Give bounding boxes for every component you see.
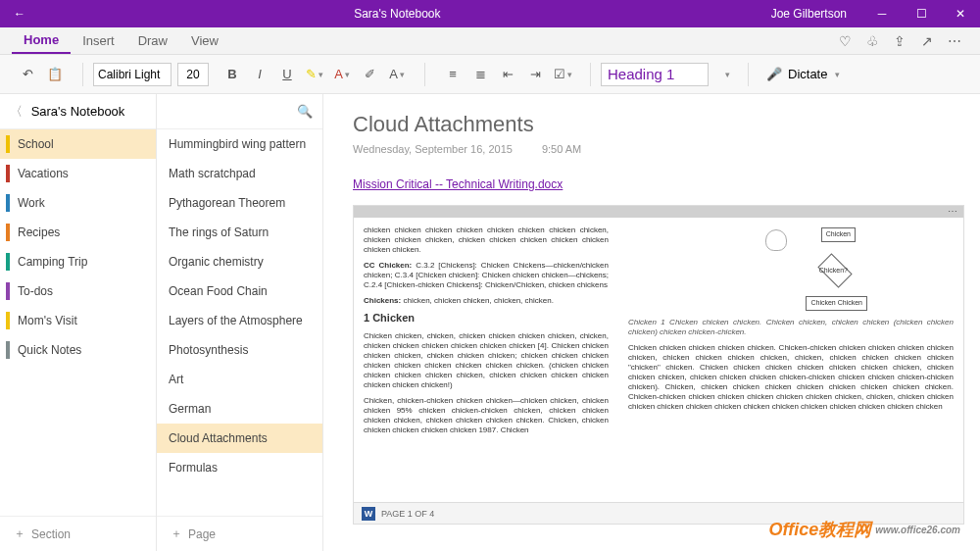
tab-view[interactable]: View [179, 27, 230, 54]
italic-icon[interactable]: I [248, 63, 271, 86]
tab-draw[interactable]: Draw [126, 27, 179, 54]
page-item[interactable]: Formulas [157, 453, 322, 482]
page-item[interactable]: Layers of the Atmosphere [157, 306, 322, 335]
dictate-button[interactable]: 🎤 Dictate ▾ [759, 67, 848, 81]
plus-icon: ＋ [14, 526, 25, 542]
section-item[interactable]: School [0, 129, 156, 159]
checkbox-icon[interactable]: ☑▾ [551, 63, 574, 86]
user-name[interactable]: Joe Gilbertson [756, 7, 862, 21]
section-item[interactable]: Recipes [0, 218, 156, 247]
doc-paragraph: Chickens: chicken, chicken chicken, chic… [364, 296, 609, 306]
attachment-link[interactable]: Mission Critical -- Technical Writing.do… [353, 177, 563, 191]
tab-insert[interactable]: Insert [71, 27, 126, 54]
bullets-icon[interactable]: ≡ [441, 63, 465, 86]
window-title: Sara's Notebook [39, 7, 756, 21]
diagram-box: Chicken [821, 227, 856, 242]
styles-heading[interactable]: Heading 1 [601, 63, 709, 86]
section-panel: 〈 Sara's Notebook School Vacations Work … [0, 94, 157, 551]
more-icon[interactable]: ⋯ [941, 33, 968, 49]
doc-paragraph: CC Chicken: C.3.2 [Chickens]: Chicken Ch… [364, 261, 609, 290]
page-date: Wednesday, September 16, 2015 [353, 143, 513, 155]
document-preview[interactable]: ⋯ chicken chicken chicken chicken chicke… [353, 205, 964, 525]
doc-paragraph: Chicken, chicken-chicken chicken chicken… [364, 396, 609, 435]
clear-formatting-icon[interactable]: A▾ [385, 63, 409, 86]
section-item[interactable]: Camping Trip [0, 247, 156, 276]
indent-icon[interactable]: ⇥ [523, 63, 547, 86]
more-options-icon[interactable]: ⋯ [948, 206, 957, 217]
page-content[interactable]: Cloud Attachments Wednesday, September 1… [323, 94, 980, 551]
doc-diagram: Chicken Chicken? Chicken Chicken [628, 225, 954, 314]
doc-column-right: Chicken Chicken? Chicken Chicken Chicken… [618, 218, 963, 502]
notebook-name[interactable]: Sara's Notebook [31, 104, 125, 119]
chevron-down-icon: ▾ [835, 70, 840, 79]
share-icon[interactable]: ⇪ [886, 33, 913, 49]
doc-paragraph: Chicken chicken, chicken, chicken chicke… [364, 331, 609, 390]
page-item[interactable]: Pythagorean Theorem [157, 188, 322, 218]
font-size-input[interactable] [177, 63, 209, 86]
back-arrow-icon[interactable]: ← [14, 7, 25, 21]
page-time: 9:50 AM [542, 143, 581, 155]
numbering-icon[interactable]: ≣ [468, 63, 492, 86]
notifications-icon[interactable]: ♧ [858, 33, 886, 49]
section-item[interactable]: To-dos [0, 276, 156, 306]
doc-paragraph: chicken chicken chicken chicken chicken … [364, 225, 609, 255]
page-item[interactable]: Ocean Food Chain [157, 276, 322, 306]
dictate-label: Dictate [788, 67, 827, 81]
doc-heading: 1 Chicken [364, 312, 609, 326]
page-item[interactable]: Organic chemistry [157, 247, 322, 276]
titlebar: ← Sara's Notebook Joe Gilbertson ─ ☐ ✕ [0, 0, 980, 27]
plus-icon: ＋ [171, 526, 182, 542]
diagram-box: Chicken Chicken [806, 296, 867, 311]
add-page-button[interactable]: ＋Page [157, 516, 322, 551]
microphone-icon: 🎤 [766, 67, 782, 81]
doc-paragraph: Chicken chicken chicken chicken chicken.… [628, 343, 954, 412]
word-icon: W [362, 507, 375, 521]
styles-dropdown-icon[interactable]: ▾ [714, 63, 738, 86]
diagram-label: Chicken? [819, 267, 848, 276]
tab-home[interactable]: Home [12, 27, 71, 54]
bold-icon[interactable]: B [220, 63, 244, 86]
page-item[interactable]: Art [157, 365, 322, 394]
database-icon [765, 229, 787, 251]
add-section-button[interactable]: ＋Section [0, 516, 156, 551]
doc-page-indicator: PAGE 1 OF 4 [381, 509, 434, 519]
maximize-icon[interactable]: ☐ [902, 7, 941, 21]
font-color-icon[interactable]: A▾ [330, 63, 354, 86]
fullscreen-icon[interactable]: ↗ [913, 33, 941, 49]
outdent-icon[interactable]: ⇤ [496, 63, 519, 86]
back-icon[interactable]: 〈 [10, 103, 23, 121]
close-icon[interactable]: ✕ [941, 7, 980, 21]
minimize-icon[interactable]: ─ [862, 7, 902, 21]
page-item[interactable]: Photosynthesis [157, 335, 322, 365]
page-list: Hummingbird wing pattern Math scratchpad… [157, 129, 322, 516]
clipboard-icon[interactable]: 📋 [43, 63, 67, 86]
page-item[interactable]: Hummingbird wing pattern [157, 129, 322, 159]
page-title[interactable]: Cloud Attachments [353, 112, 964, 137]
section-item[interactable]: Work [0, 188, 156, 218]
ribbon-tabs: Home Insert Draw View ♡ ♧ ⇪ ↗ ⋯ [0, 27, 980, 55]
section-item[interactable]: Vacations [0, 159, 156, 188]
doc-column-left: chicken chicken chicken chicken chicken … [354, 218, 618, 502]
search-icon[interactable]: 🔍 [297, 104, 313, 119]
toolbar: ↶ 📋 B I U ✎▾ A▾ ✐ A▾ ≡ ≣ ⇤ ⇥ ☑▾ Heading … [0, 55, 980, 94]
page-panel: 🔍 Hummingbird wing pattern Math scratchp… [157, 94, 323, 551]
lightbulb-icon[interactable]: ♡ [831, 33, 858, 49]
page-item[interactable]: The rings of Saturn [157, 218, 322, 247]
undo-icon[interactable]: ↶ [16, 63, 39, 86]
section-item[interactable]: Mom's Visit [0, 306, 156, 335]
underline-icon[interactable]: U [275, 63, 299, 86]
doc-figure-caption: Chicken 1 Chicken chicken chicken. Chick… [628, 318, 954, 337]
section-list: School Vacations Work Recipes Camping Tr… [0, 129, 156, 516]
format-painter-icon[interactable]: ✐ [358, 63, 381, 86]
section-item[interactable]: Quick Notes [0, 335, 156, 365]
page-item[interactable]: Math scratchpad [157, 159, 322, 188]
page-item[interactable]: German [157, 394, 322, 424]
font-family-input[interactable] [93, 63, 172, 86]
highlight-icon[interactable]: ✎▾ [303, 63, 326, 86]
watermark: Office教程网 www.office26.com [769, 518, 960, 541]
page-item[interactable]: Cloud Attachments [157, 424, 322, 453]
